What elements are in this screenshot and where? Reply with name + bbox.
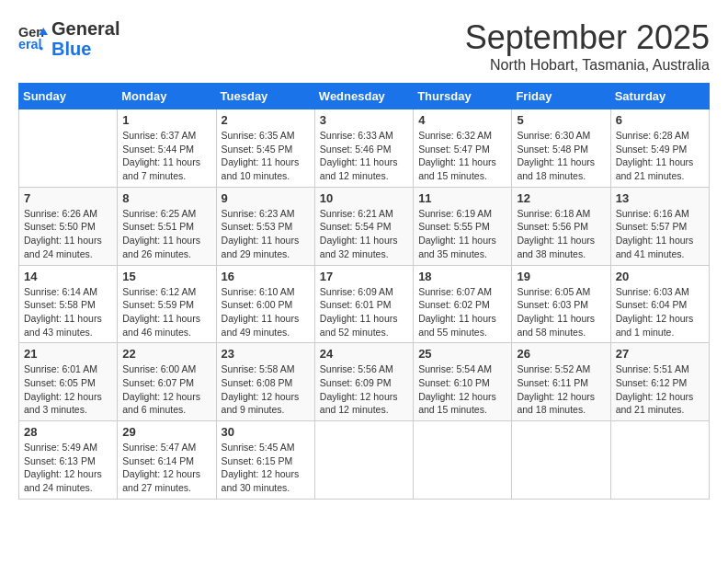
- day-info: Sunrise: 6:18 AMSunset: 5:56 PMDaylight:…: [517, 207, 605, 261]
- day-info: Sunrise: 6:21 AMSunset: 5:54 PMDaylight:…: [320, 207, 408, 261]
- calendar-day-cell: 14 Sunrise: 6:14 AMSunset: 5:58 PMDaylig…: [19, 265, 118, 343]
- day-info: Sunrise: 6:19 AMSunset: 5:55 PMDaylight:…: [418, 207, 506, 261]
- day-info: Sunrise: 6:03 AMSunset: 6:04 PMDaylight:…: [616, 285, 704, 339]
- day-number: 16: [222, 270, 310, 283]
- page-header: Gen eral ● General Blue September 2025 N…: [18, 18, 710, 74]
- day-number: 21: [24, 347, 112, 361]
- day-info: Sunrise: 6:25 AMSunset: 5:51 PMDaylight:…: [122, 207, 210, 261]
- day-info: Sunrise: 6:33 AMSunset: 5:46 PMDaylight:…: [320, 129, 408, 183]
- day-info: Sunrise: 6:09 AMSunset: 6:01 PMDaylight:…: [320, 285, 408, 339]
- calendar-day-cell: 29 Sunrise: 5:47 AMSunset: 6:14 PMDaylig…: [118, 421, 216, 500]
- calendar-day-cell: 6 Sunrise: 6:28 AMSunset: 5:49 PMDayligh…: [610, 109, 709, 188]
- day-number: 13: [616, 191, 704, 205]
- day-number: 7: [24, 191, 112, 205]
- calendar-day-cell: 16 Sunrise: 6:10 AMSunset: 6:00 PMDaylig…: [216, 265, 314, 343]
- day-info: Sunrise: 6:05 AMSunset: 6:03 PMDaylight:…: [517, 285, 605, 339]
- logo-blue: Blue: [51, 39, 91, 59]
- day-info: Sunrise: 5:45 AMSunset: 6:15 PMDaylight:…: [222, 441, 310, 495]
- day-number: 14: [24, 270, 112, 283]
- day-info: Sunrise: 6:00 AMSunset: 6:07 PMDaylight:…: [122, 362, 210, 417]
- day-number: 5: [517, 113, 605, 127]
- logo: Gen eral ● General Blue: [18, 18, 119, 59]
- day-info: Sunrise: 6:01 AMSunset: 6:05 PMDaylight:…: [24, 362, 112, 417]
- day-number: 2: [222, 113, 310, 127]
- day-info: Sunrise: 6:35 AMSunset: 5:45 PMDaylight:…: [222, 129, 310, 183]
- day-number: 19: [517, 270, 605, 283]
- day-info: Sunrise: 5:51 AMSunset: 6:12 PMDaylight:…: [616, 362, 704, 417]
- day-number: 12: [517, 191, 605, 205]
- day-info: Sunrise: 6:37 AMSunset: 5:44 PMDaylight:…: [122, 129, 210, 183]
- day-info: Sunrise: 6:10 AMSunset: 6:00 PMDaylight:…: [222, 285, 310, 339]
- day-number: 4: [418, 113, 506, 127]
- day-number: 25: [418, 347, 506, 361]
- calendar-week-row: 7 Sunrise: 6:26 AMSunset: 5:50 PMDayligh…: [19, 187, 710, 265]
- day-info: Sunrise: 6:23 AMSunset: 5:53 PMDaylight:…: [222, 207, 310, 261]
- title-block: September 2025 North Hobart, Tasmania, A…: [465, 18, 710, 74]
- calendar-day-cell: 1 Sunrise: 6:37 AMSunset: 5:44 PMDayligh…: [118, 109, 216, 188]
- calendar-day-cell: 5 Sunrise: 6:30 AMSunset: 5:48 PMDayligh…: [512, 109, 610, 188]
- calendar-week-row: 14 Sunrise: 6:14 AMSunset: 5:58 PMDaylig…: [19, 265, 710, 343]
- day-info: Sunrise: 6:32 AMSunset: 5:47 PMDaylight:…: [418, 129, 506, 183]
- calendar-day-cell: 2 Sunrise: 6:35 AMSunset: 5:45 PMDayligh…: [216, 109, 314, 188]
- day-info: Sunrise: 5:58 AMSunset: 6:08 PMDaylight:…: [222, 362, 310, 417]
- calendar-day-cell: 3 Sunrise: 6:33 AMSunset: 5:46 PMDayligh…: [314, 109, 413, 188]
- calendar-day-cell: 30 Sunrise: 5:45 AMSunset: 6:15 PMDaylig…: [216, 421, 314, 500]
- calendar-week-row: 1 Sunrise: 6:37 AMSunset: 5:44 PMDayligh…: [19, 109, 710, 188]
- day-info: Sunrise: 5:49 AMSunset: 6:13 PMDaylight:…: [24, 441, 112, 495]
- calendar-day-cell: 15 Sunrise: 6:12 AMSunset: 5:59 PMDaylig…: [118, 265, 216, 343]
- calendar-day-cell: 4 Sunrise: 6:32 AMSunset: 5:47 PMDayligh…: [414, 109, 512, 188]
- day-number: 20: [616, 270, 704, 283]
- day-number: 15: [122, 270, 210, 283]
- calendar-day-cell: 17 Sunrise: 6:09 AMSunset: 6:01 PMDaylig…: [314, 265, 413, 343]
- day-number: 6: [616, 113, 704, 127]
- day-number: 24: [320, 347, 408, 361]
- weekday-header: Wednesday: [314, 84, 413, 109]
- calendar-day-cell: 25 Sunrise: 5:54 AMSunset: 6:10 PMDaylig…: [414, 343, 512, 421]
- weekday-header-row: SundayMondayTuesdayWednesdayThursdayFrid…: [19, 84, 710, 109]
- calendar-day-cell: 23 Sunrise: 5:58 AMSunset: 6:08 PMDaylig…: [216, 343, 314, 421]
- day-number: 27: [616, 347, 704, 361]
- day-info: Sunrise: 6:14 AMSunset: 5:58 PMDaylight:…: [24, 285, 112, 339]
- calendar-day-cell: 12 Sunrise: 6:18 AMSunset: 5:56 PMDaylig…: [512, 187, 610, 265]
- day-number: 30: [222, 425, 310, 439]
- calendar-week-row: 21 Sunrise: 6:01 AMSunset: 6:05 PMDaylig…: [19, 343, 710, 421]
- day-number: 10: [320, 191, 408, 205]
- day-number: 18: [418, 270, 506, 283]
- calendar-day-cell: 18 Sunrise: 6:07 AMSunset: 6:02 PMDaylig…: [414, 265, 512, 343]
- day-number: 28: [24, 425, 112, 439]
- day-number: 26: [517, 347, 605, 361]
- calendar-day-cell: 21 Sunrise: 6:01 AMSunset: 6:05 PMDaylig…: [19, 343, 118, 421]
- day-number: 29: [122, 425, 210, 439]
- logo-icon: Gen eral ●: [18, 24, 48, 53]
- calendar-day-cell: 26 Sunrise: 5:52 AMSunset: 6:11 PMDaylig…: [512, 343, 610, 421]
- calendar-day-cell: 19 Sunrise: 6:05 AMSunset: 6:03 PMDaylig…: [512, 265, 610, 343]
- calendar-table: SundayMondayTuesdayWednesdayThursdayFrid…: [18, 83, 710, 500]
- calendar-day-cell: 8 Sunrise: 6:25 AMSunset: 5:51 PMDayligh…: [118, 187, 216, 265]
- day-info: Sunrise: 5:54 AMSunset: 6:10 PMDaylight:…: [418, 362, 506, 417]
- day-number: 8: [122, 191, 210, 205]
- day-number: 1: [122, 113, 210, 127]
- calendar-day-cell: 27 Sunrise: 5:51 AMSunset: 6:12 PMDaylig…: [610, 343, 709, 421]
- weekday-header: Tuesday: [216, 84, 314, 109]
- calendar-day-cell: [19, 109, 118, 188]
- calendar-day-cell: [414, 421, 512, 500]
- day-info: Sunrise: 6:26 AMSunset: 5:50 PMDaylight:…: [24, 207, 112, 261]
- calendar-day-cell: 11 Sunrise: 6:19 AMSunset: 5:55 PMDaylig…: [414, 187, 512, 265]
- weekday-header: Monday: [118, 84, 216, 109]
- day-info: Sunrise: 5:52 AMSunset: 6:11 PMDaylight:…: [517, 362, 605, 417]
- day-number: 17: [320, 270, 408, 283]
- calendar-day-cell: [610, 421, 709, 500]
- svg-text:●: ●: [39, 44, 43, 52]
- day-info: Sunrise: 6:16 AMSunset: 5:57 PMDaylight:…: [616, 207, 704, 261]
- weekday-header: Friday: [512, 84, 610, 109]
- day-info: Sunrise: 6:12 AMSunset: 5:59 PMDaylight:…: [122, 285, 210, 339]
- day-number: 9: [222, 191, 310, 205]
- location: North Hobart, Tasmania, Australia: [465, 57, 710, 74]
- weekday-header: Saturday: [610, 84, 709, 109]
- day-number: 22: [122, 347, 210, 361]
- calendar-day-cell: 28 Sunrise: 5:49 AMSunset: 6:13 PMDaylig…: [19, 421, 118, 500]
- weekday-header: Thursday: [414, 84, 512, 109]
- day-number: 23: [222, 347, 310, 361]
- day-info: Sunrise: 6:07 AMSunset: 6:02 PMDaylight:…: [418, 285, 506, 339]
- calendar-day-cell: [314, 421, 413, 500]
